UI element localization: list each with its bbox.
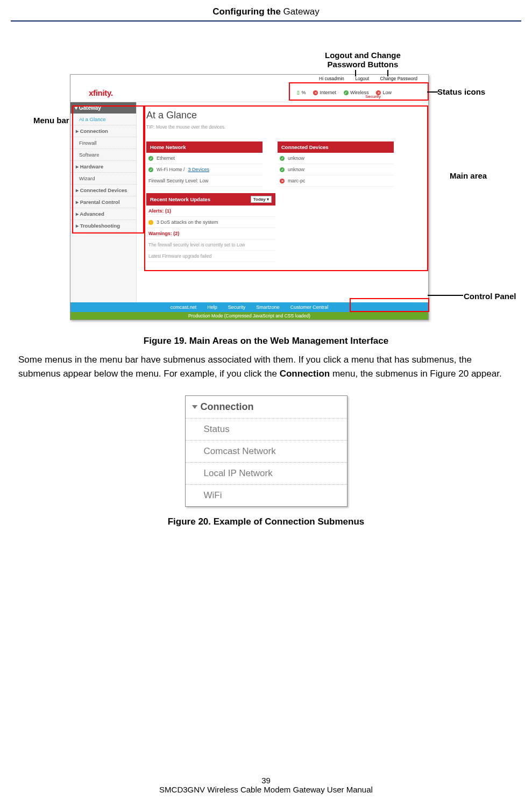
recent-header: Recent Network Updates Today ▾: [146, 193, 275, 206]
page-number: 39: [0, 776, 532, 785]
cp-customer-central[interactable]: Customer Central: [290, 305, 329, 310]
change-password-link[interactable]: Change Password: [380, 76, 417, 81]
anno-line-logout-1: [355, 70, 356, 76]
cd-row-2: ✓unknow: [278, 164, 394, 175]
submenu-item-local-ip-network[interactable]: Local IP Network: [186, 463, 347, 485]
manual-title: SMCD3GNV Wireless Cable Modem Gateway Us…: [0, 785, 532, 794]
tip-text: TIP: Move the mouse over the devices.: [146, 124, 418, 130]
sidebar-item-software[interactable]: Software: [70, 149, 136, 161]
alerts-label-row: Alerts: (1): [146, 206, 275, 217]
header-bold: Configuring the: [212, 6, 281, 17]
warnings-label-row: Warnings: (2): [146, 228, 275, 239]
submenu-item-comcast-network[interactable]: Comcast Network: [186, 441, 347, 463]
sidebar-item-connected-devices[interactable]: ▸ Connected Devices: [70, 185, 136, 196]
sidebar-item-hardware[interactable]: ▸ Hardware: [70, 161, 136, 173]
brand-row: xfinity. ▯% ✕Internet ✓Wireless ✕Low Sec…: [70, 83, 428, 102]
sidebar-item-at-a-glance[interactable]: At a Glance: [70, 114, 136, 125]
anno-menu-bar: Menu bar: [33, 116, 69, 125]
main-area: At a Glance TIP: Move the mouse over the…: [137, 102, 428, 305]
main-title: At a Glance: [146, 110, 418, 121]
anno-main-area: Main area: [450, 171, 487, 180]
greeting-row: Hi cusadmin Logout Change Password: [70, 75, 428, 83]
anno-line-control: [428, 295, 463, 296]
check-icon: ✓: [148, 167, 153, 172]
anno-line-status: [427, 91, 438, 93]
page-header: Configuring the Gateway: [11, 6, 521, 17]
control-panel-bar: comcast.net Help Security Smartzone Cust…: [70, 302, 428, 312]
check-icon: ✓: [148, 156, 153, 161]
cp-security[interactable]: Security: [228, 305, 246, 310]
sidebar-header[interactable]: ▾ Gateway: [70, 102, 136, 114]
figure-19-container: Logout and Change Password Buttons Statu…: [11, 54, 521, 334]
header-rule: [11, 20, 521, 22]
warning-2: Latest Firmware upgrade failed: [146, 251, 275, 262]
hn-wifi-row: ✓Wi-Fi Home / 3 Devices: [146, 164, 263, 175]
wifi-devices-link[interactable]: 3 Devices: [188, 167, 210, 172]
logout-link[interactable]: Logout: [355, 76, 369, 81]
figure-20-caption: Figure 20. Example of Connection Submenu…: [11, 516, 521, 527]
status-bar: ▯% ✕Internet ✓Wireless ✕Low: [297, 86, 428, 99]
sidebar: ▾ Gateway At a Glance ▸ Connection Firew…: [70, 102, 137, 305]
greeting-text: Hi cusadmin: [319, 76, 344, 81]
x-icon: ✕: [313, 90, 318, 95]
connected-devices-panel: Connected Devices ✓unknow ✓unknow ✕marc-…: [278, 141, 394, 187]
home-network-header: Home Network: [146, 141, 263, 153]
cp-help[interactable]: Help: [207, 305, 217, 310]
cd-row-1: ✓unknow: [278, 153, 394, 164]
sidebar-item-firewall[interactable]: Firewall: [70, 137, 136, 149]
warning-icon: !: [148, 220, 153, 225]
sidebar-item-parental-control[interactable]: ▸ Parental Control: [70, 196, 136, 208]
x-icon: ✕: [280, 179, 285, 183]
warning-1: The firewall security level is currently…: [146, 239, 275, 251]
brand-logo: xfinity.: [89, 88, 113, 97]
figure-20-submenu: Connection Status Comcast Network Local …: [185, 395, 347, 507]
cp-smartzone[interactable]: Smartzone: [256, 305, 280, 310]
check-icon: ✓: [280, 167, 285, 172]
sidebar-item-wizard[interactable]: Wizard: [70, 173, 136, 185]
cp-comcast[interactable]: comcast.net: [171, 305, 197, 310]
status-pct: ▯%: [297, 90, 306, 95]
recent-period-select[interactable]: Today ▾: [251, 196, 272, 203]
status-security: Security: [365, 94, 381, 99]
home-network-panel: Home Network ✓Ethernet ✓Wi-Fi Home / 3 D…: [146, 141, 263, 187]
sidebar-item-troubleshooting[interactable]: ▸ Troubleshooting: [70, 220, 136, 232]
anno-line-logout-2: [387, 70, 388, 76]
check-icon: ✓: [344, 90, 349, 95]
figure-19-caption: Figure 19. Main Areas on the Web Managem…: [11, 336, 521, 346]
submenu-item-status[interactable]: Status: [186, 419, 347, 441]
production-mode-bar: Production Mode (Compressed JavaScript a…: [70, 312, 428, 320]
screenshot: Hi cusadmin Logout Change Password xfini…: [70, 74, 429, 320]
hn-ethernet-row: ✓Ethernet: [146, 153, 263, 164]
connected-devices-header: Connected Devices: [278, 141, 394, 153]
chevron-down-icon: [192, 405, 197, 409]
anno-control-panel: Control Panel: [464, 292, 516, 301]
cd-row-3: ✕marc-pc: [278, 175, 394, 187]
check-icon: ✓: [280, 156, 285, 161]
sidebar-item-advanced[interactable]: ▸ Advanced: [70, 208, 136, 220]
anno-logout: Logout and Change Password Buttons: [325, 51, 401, 69]
submenu-item-wifi[interactable]: WiFi: [186, 485, 347, 506]
anno-status-icons: Status icons: [437, 87, 485, 96]
alert-1: !3 DoS attacks on the system: [146, 217, 275, 228]
status-internet: ✕Internet: [313, 90, 336, 95]
body-paragraph: Some menus in the menu bar have submenus…: [18, 353, 505, 380]
page-footer: 39 SMCD3GNV Wireless Cable Modem Gateway…: [0, 776, 532, 794]
hn-firewall-row: Firewall Security Level: Low: [146, 175, 263, 187]
recent-updates-panel: Recent Network Updates Today ▾ Alerts: (…: [146, 193, 275, 262]
submenu-header[interactable]: Connection: [186, 396, 347, 419]
sidebar-item-connection[interactable]: ▸ Connection: [70, 125, 136, 137]
